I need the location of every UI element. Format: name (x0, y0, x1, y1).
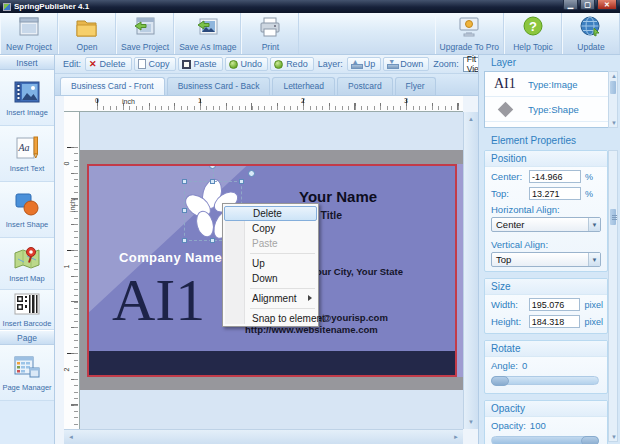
insert-sidebar: Insert Insert Image Aa Insert Text Inser… (0, 55, 55, 444)
width-unit: pixel (584, 300, 603, 310)
width-input[interactable]: 195.076 (529, 298, 581, 311)
layer-up-icon (351, 60, 361, 69)
scroll-down-icon[interactable]: ▼ (468, 419, 474, 425)
sidebar-item-insert-barcode[interactable]: Insert Barcode (0, 290, 54, 330)
resize-handle-s[interactable] (210, 238, 215, 243)
layer-up-button[interactable]: Up (347, 57, 382, 71)
tab-flyer[interactable]: Flyer (395, 77, 436, 95)
layer-down-button[interactable]: Down (383, 57, 429, 71)
button-label: Delete (100, 59, 126, 69)
ruler-mark: 0 (63, 162, 70, 166)
opacity-slider[interactable] (491, 436, 599, 444)
context-menu-item-snap-to-element[interactable]: Snap to element (224, 311, 317, 326)
scroll-left-icon[interactable]: ◄ (68, 434, 74, 440)
context-menu-item-paste[interactable]: Paste (224, 236, 317, 251)
horizontal-align-dropdown[interactable]: Center ▼ (491, 217, 601, 232)
toolbar-button-label: Open (77, 42, 98, 52)
card-logo-text[interactable]: AI1 (112, 270, 205, 330)
slider-thumb[interactable] (581, 436, 599, 444)
save-project-icon (132, 15, 158, 42)
menu-item-label: Alignment (252, 293, 296, 304)
layer-row-image[interactable]: AI1 Type:Image (485, 72, 608, 97)
layer-row-shape[interactable]: Type:Shape (485, 97, 608, 122)
card-company-name[interactable]: Company Name (119, 250, 222, 265)
save-as-image-button[interactable]: Save As Image (174, 13, 241, 54)
opacity-label: Opacity: (491, 420, 526, 431)
resize-handle-nw[interactable] (182, 179, 187, 184)
undo-button[interactable]: Undo (225, 57, 269, 71)
size-header: Size (485, 279, 607, 295)
ruler-mark: 1 (63, 265, 70, 269)
close-button[interactable]: ✕ (597, 0, 617, 10)
rotate-group: Rotate Angle: 0 (484, 340, 608, 394)
sidebar-item-insert-map[interactable]: Insert Map (0, 238, 54, 290)
layer-row-partial[interactable] (485, 122, 608, 128)
ruler-unit-label: inch (69, 199, 76, 212)
context-menu-item-copy[interactable]: Copy (224, 221, 317, 236)
update-globe-icon (578, 15, 604, 42)
toolbar-button-label: Help Topic (513, 42, 553, 52)
help-topic-button[interactable]: ? Help Topic (504, 13, 562, 54)
vertical-align-dropdown[interactable]: Top ▼ (491, 252, 601, 267)
scroll-down-icon[interactable]: ▼ (611, 434, 617, 440)
scroll-down-icon[interactable]: ▼ (611, 120, 617, 126)
new-project-button[interactable]: New Project (0, 13, 58, 54)
help-icon: ? (520, 15, 546, 42)
layer-list-scrollbar[interactable]: ▲ ▼ (608, 71, 618, 128)
tab-postcard[interactable]: Postcard (337, 77, 393, 95)
layer-type-label: Type:Shape (528, 104, 579, 115)
sidebar-item-insert-image[interactable]: Insert Image (0, 70, 54, 126)
context-menu-item-down[interactable]: Down (224, 271, 317, 286)
update-button[interactable]: Update (562, 13, 620, 54)
minimize-button[interactable]: ▁ (563, 0, 578, 10)
sidebar-item-insert-text[interactable]: Aa Insert Text (0, 126, 54, 182)
context-menu-item-delete[interactable]: Delete (224, 206, 317, 221)
layer-label: Layer: (318, 59, 343, 69)
delete-button[interactable]: ✕Delete (85, 57, 132, 71)
resize-handle-n[interactable] (210, 179, 215, 184)
scrollbar-thumb[interactable] (610, 209, 616, 225)
toolbar-button-label: New Project (6, 42, 52, 52)
save-project-button[interactable]: Save Project (116, 13, 174, 54)
scroll-up-icon[interactable]: ▲ (611, 73, 617, 79)
maximize-button[interactable]: ▢ (580, 0, 595, 10)
upgrade-to-pro-button[interactable]: Upgrade To Pro (435, 13, 504, 54)
tab-letterhead[interactable]: Letterhead (272, 77, 335, 95)
top-input[interactable]: 13.271 (529, 187, 581, 200)
tab-business-card-back[interactable]: Business Card - Back (167, 77, 271, 95)
resize-handle-ne[interactable] (239, 179, 244, 184)
scrollbar-thumb[interactable] (610, 81, 616, 94)
slider-thumb[interactable] (491, 376, 509, 386)
horizontal-ruler: 0 inch 1 2 3 (64, 96, 463, 112)
height-input[interactable]: 184.318 (529, 315, 581, 328)
ruler-ticks (97, 99, 463, 110)
edit-toolbar: Edit: ✕Delete Copy Paste Undo Redo Layer… (55, 55, 478, 74)
redo-button[interactable]: Redo (270, 57, 314, 71)
context-menu-item-alignment[interactable]: Alignment (224, 291, 317, 306)
rotation-handle[interactable] (248, 170, 255, 177)
resize-handle-sw[interactable] (182, 238, 187, 243)
center-input[interactable]: -14.966 (529, 170, 581, 183)
properties-scrollbar[interactable]: ▼ (608, 150, 618, 442)
ruler-mark: 2 (301, 97, 305, 104)
card-bottom-bar[interactable] (89, 351, 455, 375)
tab-business-card-front[interactable]: Business Card - Front (60, 77, 165, 95)
sidebar-item-page-manager[interactable]: Page Manager (0, 345, 54, 401)
angle-slider[interactable] (491, 376, 599, 385)
toolbar-button-label: Save As Image (179, 42, 236, 52)
scroll-right-icon[interactable]: ► (453, 434, 459, 440)
insert-barcode-icon (12, 292, 42, 318)
scroll-up-icon[interactable]: ▲ (468, 116, 474, 122)
vertical-scrollbar[interactable]: ▲ ▼ (463, 112, 478, 429)
open-button[interactable]: Open (58, 13, 116, 54)
paste-button[interactable]: Paste (178, 57, 223, 71)
dropdown-value: Top (496, 254, 511, 265)
copy-button[interactable]: Copy (134, 57, 176, 71)
angle-label: Angle: (491, 360, 518, 371)
sidebar-item-insert-shape[interactable]: Insert Shape (0, 182, 54, 238)
print-button[interactable]: Print (241, 13, 299, 54)
layer-list[interactable]: AI1 Type:Image Type:Shape (484, 71, 609, 128)
context-menu-item-up[interactable]: Up (224, 256, 317, 271)
horizontal-scrollbar[interactable]: ◄ ► (64, 429, 463, 444)
resize-handle-w[interactable] (182, 208, 187, 213)
